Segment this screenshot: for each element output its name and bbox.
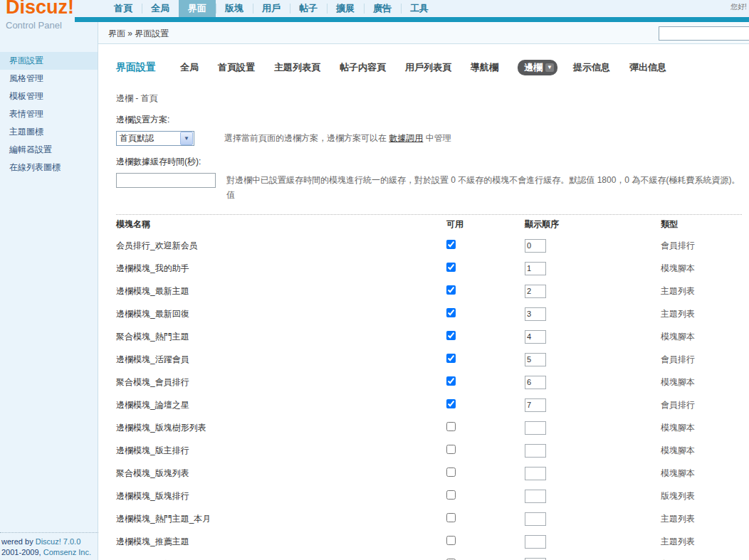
module-table-header: 模塊名稱 可用 顯示順序 類型 — [116, 215, 749, 234]
display-order-input[interactable] — [525, 239, 546, 253]
module-enabled-checkbox[interactable] — [446, 263, 456, 272]
settings-tab[interactable]: 全局 — [180, 61, 199, 74]
module-table: 模塊名稱 可用 顯示順序 類型 会员排行_欢迎新会员 會員排行 邊欄模塊_我的助… — [116, 215, 749, 560]
cache-time-label: 邊欄數據緩存時間(秒): — [116, 156, 749, 168]
display-order-input[interactable] — [525, 353, 546, 366]
module-enabled-checkbox[interactable] — [446, 536, 456, 545]
sidebar-item[interactable]: 模板管理 — [0, 88, 98, 105]
powered-by-line: wered by Discuz! 7.0.0 — [1, 537, 98, 547]
logo-subtitle: Control Panel — [6, 20, 62, 31]
settings-tab[interactable]: 用戶列表頁 — [405, 61, 451, 74]
table-row: 邊欄模塊_最新回復 主題列表 — [116, 302, 749, 325]
sidebar-menu: 界面設置 風格管理 模板管理 表情管理 主題圖標 編輯器設置 在線列表圖標 — [0, 52, 98, 176]
top-nav-item[interactable]: 工具 — [401, 0, 438, 17]
display-order-input[interactable] — [525, 490, 546, 503]
settings-tab[interactable]: 帖子内容頁 — [340, 61, 386, 74]
module-type: 版塊列表 — [661, 490, 749, 502]
display-order-input[interactable] — [525, 398, 546, 412]
discuz-version-link[interactable]: Discuz! 7.0.0 — [36, 537, 81, 546]
display-order-input[interactable] — [525, 512, 546, 526]
module-enabled-checkbox[interactable] — [446, 376, 456, 386]
top-nav-item[interactable]: 用戶 — [253, 0, 290, 17]
module-type: 模塊腳本 — [661, 445, 749, 457]
table-row: 邊欄模塊_我的助手 模塊腳本 — [116, 257, 749, 280]
module-enabled-checkbox[interactable] — [446, 422, 456, 431]
display-order-input[interactable] — [525, 421, 546, 435]
module-name: 邊欄模塊_版塊排行 — [116, 490, 446, 502]
module-name: 邊欄模塊_版主排行 — [116, 445, 446, 457]
comsenz-link[interactable]: Comsenz Inc. — [43, 548, 91, 556]
module-enabled-checkbox[interactable] — [446, 240, 456, 249]
sidebar-item[interactable]: 編輯器設置 — [0, 141, 98, 159]
module-name: 邊欄模塊_最新回復 — [116, 308, 446, 320]
top-nav-item[interactable]: 擴展 — [327, 0, 364, 17]
module-name: 聚合模塊_熱門主題 — [116, 331, 446, 343]
settings-tab[interactable]: 首頁設置 — [218, 61, 255, 74]
settings-tab[interactable]: 邊欄 ▼ — [518, 60, 557, 75]
settings-tab[interactable]: 主題列表頁 — [274, 61, 320, 74]
sidebar-item[interactable]: 風格管理 — [0, 70, 98, 88]
top-nav-item[interactable]: 廣告 — [364, 0, 401, 17]
cache-time-input[interactable] — [116, 173, 216, 188]
greeting-text: 您好! — [730, 2, 747, 12]
module-type: 主題列表 — [661, 536, 749, 548]
sidebar-item[interactable]: 主題圖標 — [0, 123, 98, 141]
scheme-select-row: 首頁默認 ▼ 選擇當前頁面的邊欄方案，邊欄方案可以在 數據調用 中管理 — [116, 131, 749, 146]
module-enabled-checkbox[interactable] — [446, 467, 456, 477]
table-row: 会员排行_欢迎新会员 會員排行 — [116, 234, 749, 257]
display-order-input[interactable] — [525, 307, 546, 321]
table-row: 聚合模塊_版塊列表 模塊腳本 — [116, 462, 749, 485]
module-type: 模塊腳本 — [661, 263, 749, 275]
top-nav-item[interactable]: 界面 — [179, 0, 216, 17]
display-order-input[interactable] — [525, 467, 546, 480]
display-order-input[interactable] — [525, 376, 546, 389]
scheme-label: 邊欄設置方案: — [116, 114, 749, 126]
module-name: 邊欄模塊_我的助手 — [116, 263, 446, 275]
top-nav: 首頁 全局 界面 版塊 用戶 帖子 擴展 廣告 工具 — [105, 0, 438, 17]
module-enabled-checkbox[interactable] — [446, 285, 456, 295]
top-nav-item[interactable]: 版塊 — [216, 0, 253, 17]
breadcrumb: 界面 » 界面設置 — [108, 28, 169, 40]
module-enabled-checkbox[interactable] — [446, 354, 456, 363]
module-type: 模塊腳本 — [661, 467, 749, 480]
select-dropdown-icon[interactable]: ▼ — [180, 132, 193, 145]
top-nav-item[interactable]: 首頁 — [105, 0, 142, 17]
top-nav-item[interactable]: 帖子 — [290, 0, 327, 17]
module-enabled-checkbox[interactable] — [446, 445, 456, 454]
module-name: 邊欄模塊_推薦主題 — [116, 536, 446, 548]
col-header-order: 顯示順序 — [525, 218, 661, 231]
data-call-link[interactable]: 數據調用 — [389, 133, 423, 143]
display-order-input[interactable] — [525, 285, 546, 298]
top-nav-item[interactable]: 全局 — [142, 0, 179, 17]
module-enabled-checkbox[interactable] — [446, 513, 456, 522]
display-order-input[interactable] — [525, 535, 546, 549]
discuz-logo: Discuz! — [6, 0, 74, 18]
sidebar-scheme-select[interactable]: 首頁默認 ▼ — [116, 131, 194, 146]
module-type: 會員排行 — [661, 354, 749, 366]
settings-tabs: 全局 首頁設置 主題列表頁 帖子内容頁 — [180, 60, 686, 75]
quick-search-input[interactable] — [659, 26, 749, 41]
module-type: 主題列表 — [661, 308, 749, 320]
settings-tab[interactable]: 導航欄 — [471, 61, 498, 74]
display-order-input[interactable] — [525, 444, 546, 458]
module-enabled-checkbox[interactable] — [446, 308, 456, 317]
sidebar-item[interactable]: 界面設置 — [0, 52, 98, 70]
table-row: 邊欄模塊_最新圖片 主題附件 — [116, 553, 749, 560]
module-type: 模塊腳本 — [661, 331, 749, 343]
table-row: 聚合模塊_熱門主題 模塊腳本 — [116, 325, 749, 348]
settings-tab[interactable]: 提示信息 — [573, 61, 610, 74]
module-name: 邊欄模塊_活躍會員 — [116, 354, 446, 366]
header-accent-bar — [75, 17, 749, 22]
breadcrumb-bar: 界面 » 界面設置 — [98, 22, 749, 44]
settings-tab[interactable]: 彈出信息 — [629, 61, 666, 74]
table-row: 邊欄模塊_熱門主題_本月 主題列表 — [116, 507, 749, 530]
section-title: 邊欄 - 首頁 — [116, 93, 749, 105]
display-order-input[interactable] — [525, 262, 546, 275]
display-order-input[interactable] — [525, 330, 546, 344]
module-enabled-checkbox[interactable] — [446, 399, 456, 408]
module-type: 模塊腳本 — [661, 376, 749, 389]
sidebar-item[interactable]: 在線列表圖標 — [0, 159, 98, 176]
module-enabled-checkbox[interactable] — [446, 331, 456, 340]
module-enabled-checkbox[interactable] — [446, 490, 456, 500]
sidebar-item[interactable]: 表情管理 — [0, 105, 98, 123]
